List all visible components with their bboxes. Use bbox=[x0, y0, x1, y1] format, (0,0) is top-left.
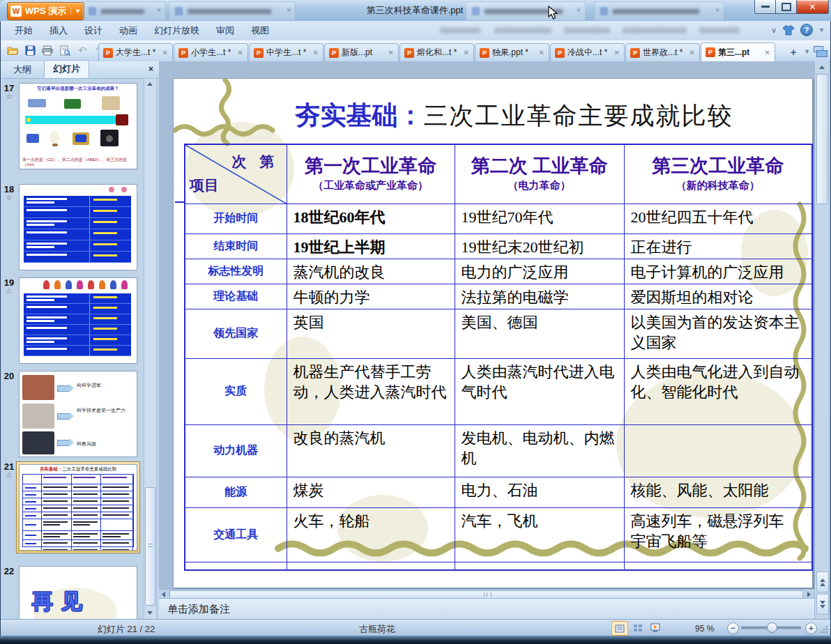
row-label[interactable]: 交通工具 bbox=[185, 507, 287, 562]
slide-thumbnail-19[interactable] bbox=[19, 277, 137, 364]
zoom-slider-thumb[interactable] bbox=[767, 622, 777, 633]
scroll-right-icon[interactable] bbox=[805, 590, 814, 598]
normal-view-icon[interactable] bbox=[611, 621, 628, 636]
scroll-up-icon[interactable] bbox=[816, 61, 828, 72]
table-cell[interactable]: 机器生产代替手工劳动，人类进入蒸汽时代 bbox=[287, 358, 455, 424]
new-tab-button[interactable]: + bbox=[786, 45, 800, 59]
more-dropdown-icon[interactable]: ▼ bbox=[818, 26, 825, 33]
table-cell[interactable] bbox=[287, 562, 455, 570]
slide-thumbnail-17[interactable]: 它们最早出现是哪一次工业革命的成果？第一次的是（CD）。第二次的是（ABEF）。… bbox=[19, 83, 137, 169]
table-cell[interactable] bbox=[624, 424, 812, 477]
table-cell[interactable]: 电力、石油 bbox=[455, 477, 624, 507]
slideshow-view-icon[interactable] bbox=[648, 621, 663, 634]
help-icon[interactable]: ? bbox=[800, 24, 813, 36]
tab-close-icon[interactable]: ✕ bbox=[162, 49, 168, 56]
table-cell[interactable]: 电力的广泛应用 bbox=[455, 259, 624, 284]
tab-close-icon[interactable]: ✕ bbox=[313, 49, 319, 56]
table-cell[interactable] bbox=[185, 562, 287, 570]
document-tab-9[interactable]: P第三...pt✕ bbox=[701, 43, 775, 61]
table-cell[interactable]: 改良的蒸汽机 bbox=[287, 424, 455, 477]
document-tab-7[interactable]: P冷战中...t *✕ bbox=[550, 43, 625, 61]
open-folder-icon[interactable] bbox=[5, 43, 20, 58]
table-cell[interactable]: 发电机、电动机、内燃机 bbox=[455, 424, 624, 477]
collapse-ribbon-icon[interactable]: ∨ bbox=[771, 26, 777, 35]
table-cell[interactable]: 煤炭 bbox=[287, 477, 455, 507]
document-tab-1[interactable]: P大学生...t *✕ bbox=[98, 43, 173, 61]
table-cell[interactable] bbox=[455, 562, 624, 570]
table-cell[interactable]: 19世纪70年代 bbox=[455, 204, 624, 233]
menu-item-7[interactable]: 视图 bbox=[243, 22, 277, 40]
table-cell[interactable]: 爱因斯坦的相对论 bbox=[624, 284, 812, 309]
arrange-windows-icon[interactable] bbox=[814, 46, 828, 57]
table-cell[interactable]: 19世纪上半期 bbox=[287, 233, 455, 259]
column-header-3[interactable]: 第三次工业革命（新的科技革命） bbox=[624, 144, 812, 204]
wps-app-button[interactable]: W WPS 演示 ▼ bbox=[7, 2, 84, 20]
tab-close-icon[interactable]: ✕ bbox=[765, 49, 770, 56]
vertical-scrollbar[interactable] bbox=[814, 61, 829, 619]
table-cell[interactable]: 美国、德国 bbox=[455, 309, 624, 358]
column-header-1[interactable]: 第一次工业革命（工业革命或产业革命） bbox=[287, 144, 455, 204]
row-label[interactable]: 实质 bbox=[185, 358, 287, 424]
table-cell[interactable]: 汽车，飞机 bbox=[455, 507, 624, 562]
document-tab-2[interactable]: P小学生...t *✕ bbox=[174, 43, 248, 61]
slide-thumbnail-18[interactable] bbox=[19, 184, 137, 270]
tab-close-icon[interactable]: ✕ bbox=[464, 49, 469, 56]
tab-slides[interactable]: 幻灯片 bbox=[44, 60, 89, 78]
row-label[interactable]: 标志性发明 bbox=[185, 259, 287, 284]
tab-close-icon[interactable]: ✕ bbox=[539, 49, 544, 56]
document-tab-6[interactable]: P独果.ppt *✕ bbox=[475, 43, 549, 61]
menu-item-6[interactable]: 审阅 bbox=[208, 22, 243, 40]
sidebar-scrollbar-thumb[interactable] bbox=[145, 487, 155, 606]
slide-thumbnail-21[interactable]: 夯实基础：三次工业革命主要成就比较 bbox=[19, 464, 137, 551]
table-cell[interactable]: 火车，轮船 bbox=[287, 507, 455, 562]
document-tab-8[interactable]: P世界政...t *✕ bbox=[625, 43, 700, 61]
close-button[interactable]: ✕ bbox=[797, 0, 829, 14]
menu-item-4[interactable]: 动画 bbox=[111, 22, 146, 40]
table-cell[interactable]: 高速列车，磁悬浮列车 宇宙飞船等 bbox=[624, 507, 812, 562]
table-cell[interactable]: 牛顿的力学 bbox=[287, 284, 455, 309]
undo-icon[interactable]: ↶ bbox=[75, 43, 90, 58]
panel-close-icon[interactable]: × bbox=[148, 64, 153, 74]
table-cell[interactable]: 英国 bbox=[287, 309, 455, 358]
document-tab-3[interactable]: P中学生...t *✕ bbox=[249, 43, 323, 61]
tab-close-icon[interactable]: ✕ bbox=[614, 49, 620, 56]
maximize-button[interactable] bbox=[776, 0, 797, 14]
table-cell[interactable]: 18世纪60年代 bbox=[287, 204, 455, 233]
tab-outline[interactable]: 大纲 bbox=[5, 61, 40, 78]
table-cell[interactable] bbox=[624, 562, 812, 570]
row-label[interactable]: 领先国家 bbox=[185, 309, 287, 358]
table-cell[interactable]: 蒸汽机的改良 bbox=[287, 259, 455, 284]
scroll-left-icon[interactable] bbox=[159, 590, 168, 598]
horizontal-scrollbar[interactable] bbox=[159, 589, 814, 599]
table-cell[interactable]: 20世纪四五十年代 bbox=[624, 204, 812, 233]
comparison-table[interactable]: 次 第项目第一次工业革命（工业革命或产业革命）第二次 工业革命（电力革命）第三次… bbox=[184, 144, 813, 571]
table-cell[interactable]: 人类由电气化进入到自动化、智能化时代 bbox=[624, 358, 812, 424]
scroll-up-icon[interactable] bbox=[144, 79, 155, 89]
row-label[interactable]: 结束时间 bbox=[185, 233, 287, 259]
resize-grip[interactable] bbox=[820, 625, 828, 634]
document-tab-4[interactable]: P新版...pt✕ bbox=[324, 43, 399, 61]
row-label[interactable]: 动力机器 bbox=[185, 424, 287, 477]
column-header-2[interactable]: 第二次 工业革命（电力革命） bbox=[455, 144, 624, 204]
row-label[interactable]: 开始时间 bbox=[185, 204, 287, 233]
document-tab-5[interactable]: P熔化和...t *✕ bbox=[399, 43, 474, 61]
table-cell[interactable]: 法拉第的电磁学 bbox=[455, 284, 624, 309]
menu-item-2[interactable]: 插入 bbox=[41, 22, 76, 40]
table-cell[interactable]: 电子计算机的广泛应用 bbox=[624, 259, 812, 284]
wps-vip-shirt-icon[interactable] bbox=[782, 25, 795, 36]
zoom-in-button[interactable]: + bbox=[805, 622, 817, 634]
scroll-down-icon[interactable] bbox=[144, 608, 155, 618]
row-label[interactable]: 理论基础 bbox=[185, 284, 287, 309]
print-preview-icon[interactable] bbox=[57, 43, 73, 58]
save-icon[interactable] bbox=[22, 43, 38, 58]
slide-sorter-view-icon[interactable] bbox=[630, 621, 646, 634]
tab-close-icon[interactable]: ✕ bbox=[689, 49, 695, 56]
menu-item-5[interactable]: 幻灯片放映 bbox=[146, 22, 208, 40]
table-cell[interactable]: 19世纪末20世纪初 bbox=[455, 233, 624, 259]
menu-item-3[interactable]: 设计 bbox=[76, 22, 111, 40]
tab-list-dropdown-icon[interactable]: ▼ bbox=[804, 48, 810, 55]
editing-canvas[interactable]: 夯实基础：三次工业革命主要成就比较 次 第项目第一次工业革命（工业革命或产业革命… bbox=[159, 61, 814, 589]
table-cell[interactable]: 正在进行 bbox=[624, 233, 812, 259]
app-menu-caret-icon[interactable]: ▼ bbox=[70, 8, 81, 15]
menu-item-1[interactable]: 开始 bbox=[6, 22, 41, 40]
